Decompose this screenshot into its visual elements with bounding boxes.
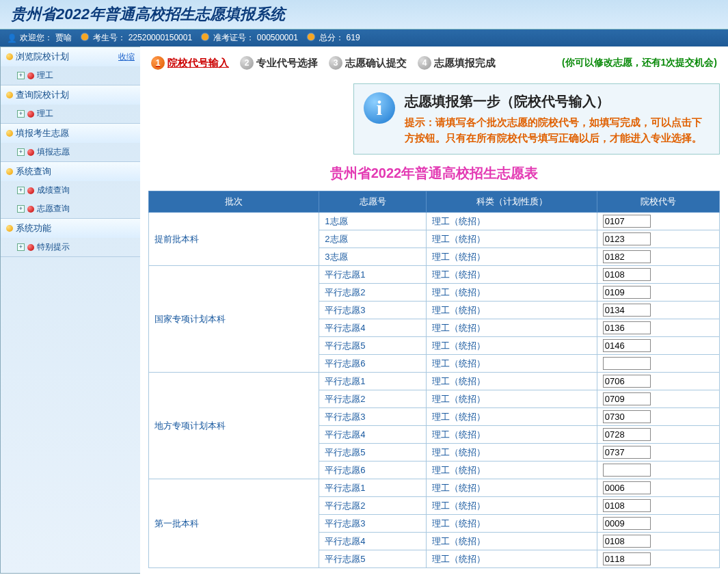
step-3[interactable]: 3志愿确认提交 (329, 56, 407, 70)
wish-cell: 2志愿 (319, 230, 427, 248)
sidebar-group-label: 系统查询 (16, 165, 51, 178)
sidebar-item-label: 特别提示 (37, 241, 70, 253)
table-header: 院校代号 (597, 191, 719, 213)
category-cell: 理工（统招） (427, 426, 597, 444)
wish-cell: 平行志愿1 (319, 373, 427, 390)
username: 贾喻 (55, 32, 72, 44)
sidebar-group-label: 查询院校计划 (16, 89, 69, 101)
remain-notice: (你可以修改志愿，还有1次提交机会) (562, 57, 717, 69)
sidebar: 浏览院校计划收缩+理工查询院校计划+理工填报考生志愿+填报志愿系统查询+成绩查询… (0, 46, 140, 574)
bullet-icon (202, 34, 208, 40)
step-number-icon: 3 (329, 56, 342, 70)
wish-table: 批次志愿号科类（计划性质）院校代号 提前批本科1志愿理工（统招）2志愿理工（统招… (148, 191, 720, 568)
ticket-no: 000500001 (257, 33, 298, 42)
category-cell: 理工（统招） (427, 462, 597, 479)
expand-icon[interactable]: + (17, 110, 25, 118)
code-input[interactable] (603, 428, 651, 441)
code-input[interactable] (603, 215, 651, 228)
code-input[interactable] (603, 339, 651, 352)
expand-icon[interactable]: + (17, 243, 25, 251)
sidebar-group-label: 浏览院校计划 (16, 51, 69, 63)
code-cell (597, 284, 719, 302)
code-input[interactable] (603, 286, 651, 299)
code-input[interactable] (603, 499, 651, 512)
category-cell: 理工（统招） (427, 230, 597, 248)
expand-icon[interactable]: + (17, 148, 25, 156)
step-2[interactable]: 2专业代号选择 (240, 56, 318, 70)
sidebar-item[interactable]: +理工 (1, 66, 140, 85)
table-row: 地方专项计划本科平行志愿1理工（统招） (149, 373, 720, 390)
info-body: 志愿填报第一步（院校代号输入） 提示：请填写各个批次志愿的院校代号，如填写完成，… (405, 92, 710, 146)
folder-icon (6, 53, 13, 60)
category-cell: 理工（统招） (427, 355, 597, 373)
table-row: 提前批本科1志愿理工（统招） (149, 213, 720, 230)
code-input[interactable] (603, 375, 651, 388)
batch-cell: 提前批本科 (149, 213, 319, 266)
code-input[interactable] (603, 321, 651, 334)
sidebar-item[interactable]: +填报志愿 (1, 143, 140, 161)
code-input[interactable] (603, 464, 651, 477)
code-input[interactable] (603, 392, 651, 405)
folder-icon (6, 92, 13, 98)
category-cell: 理工（统招） (427, 302, 597, 319)
code-cell (597, 302, 719, 319)
code-input[interactable] (603, 232, 651, 245)
sidebar-group-head[interactable]: 系统查询 (1, 162, 140, 181)
code-input[interactable] (603, 481, 651, 494)
sidebar-group-head[interactable]: 填报考生志愿 (1, 124, 140, 143)
wish-cell: 平行志愿3 (319, 515, 427, 533)
code-cell (597, 550, 719, 568)
wish-cell: 平行志愿6 (319, 355, 427, 373)
info-box: i 志愿填报第一步（院校代号输入） 提示：请填写各个批次志愿的院校代号，如填写完… (353, 83, 720, 155)
category-cell: 理工（统招） (427, 284, 597, 302)
sidebar-group-head[interactable]: 浏览院校计划收缩 (1, 47, 140, 66)
sidebar-item[interactable]: +成绩查询 (1, 181, 140, 200)
code-input[interactable] (603, 517, 651, 530)
table-row: 第一批本科平行志愿1理工（统招） (149, 479, 720, 497)
sidebar-group-label: 系统功能 (16, 222, 51, 235)
sidebar-item-label: 理工 (37, 70, 53, 81)
category-cell: 理工（统招） (427, 550, 597, 568)
folder-icon (6, 130, 13, 137)
code-input[interactable] (603, 304, 651, 317)
code-cell (597, 213, 719, 230)
info-title: 志愿填报第一步（院校代号输入） (405, 92, 710, 111)
code-input[interactable] (603, 410, 651, 423)
step-4[interactable]: 4志愿填报完成 (418, 56, 496, 70)
code-input[interactable] (603, 552, 651, 565)
code-input[interactable] (603, 357, 651, 370)
step-1[interactable]: 1院校代号输入 (151, 56, 229, 70)
sidebar-group-label: 填报考生志愿 (16, 127, 69, 139)
sidebar-item[interactable]: +理工 (1, 105, 140, 123)
wish-cell: 平行志愿2 (319, 284, 427, 302)
wish-cell: 平行志愿6 (319, 462, 427, 479)
table-header: 志愿号 (319, 191, 427, 213)
sidebar-group-head[interactable]: 系统功能 (1, 219, 140, 238)
expand-icon[interactable]: + (17, 72, 25, 79)
score-label: 总分： (319, 33, 344, 42)
wish-cell: 1志愿 (319, 213, 427, 230)
expand-icon[interactable]: + (17, 205, 25, 213)
category-cell: 理工（统招） (427, 373, 597, 390)
expand-icon[interactable]: + (17, 187, 25, 194)
code-input[interactable] (603, 250, 651, 263)
sidebar-group-head[interactable]: 查询院校计划 (1, 85, 140, 105)
topbar: 👤 欢迎您： 贾喻 考生号： 22520000150001 准考证号： 0005… (0, 29, 728, 46)
code-cell (597, 533, 719, 550)
code-input[interactable] (603, 446, 651, 459)
category-cell: 理工（统招） (427, 319, 597, 337)
sidebar-item[interactable]: +志愿查询 (1, 200, 140, 218)
ticket-label: 准考证号： (213, 33, 254, 42)
shrink-link[interactable]: 收缩 (118, 51, 135, 63)
code-cell (597, 390, 719, 408)
code-input[interactable] (603, 535, 651, 548)
table-title: 贵州省2022年普通高校招生志愿表 (148, 164, 720, 183)
code-input[interactable] (603, 268, 651, 281)
code-cell (597, 248, 719, 266)
sidebar-item-label: 填报志愿 (37, 146, 70, 158)
wish-cell: 平行志愿2 (319, 390, 427, 408)
category-cell: 理工（统招） (427, 533, 597, 550)
wish-cell: 平行志愿2 (319, 497, 427, 515)
category-cell: 理工（统招） (427, 390, 597, 408)
sidebar-item[interactable]: +特别提示 (1, 238, 140, 256)
